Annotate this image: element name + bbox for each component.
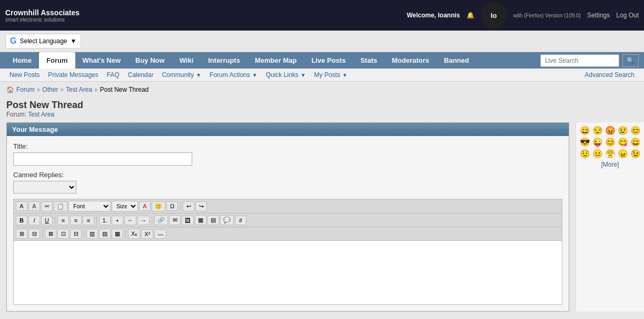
breadcrumb-other[interactable]: Other [42,86,58,93]
emoticon-10[interactable]: 😀 [630,137,641,147]
nav-moderators[interactable]: Moderators [384,52,437,69]
toolbar-source-btn[interactable]: A [16,201,27,211]
toolbar-email-btn[interactable]: ✉ [169,215,181,225]
toolbar-color-btn[interactable]: A [139,201,151,211]
toolbar-sep-7 [125,229,126,239]
nav-interrupts[interactable]: Interrupts [201,52,247,69]
toolbar-row-3: ⊞ ⊟ ⊠ ⊡ ⊟ ▥ ▤ ▦ X₂ X² [14,227,562,241]
toolbar-r3-2[interactable]: ⊟ [28,229,40,239]
title-input[interactable] [13,152,192,166]
subnav-new-posts[interactable]: New Posts [5,69,44,81]
nav-wiki[interactable]: Wiki [172,52,201,69]
google-translate-widget[interactable]: G Select Language ▼ [5,34,81,49]
toolbar-cut-btn[interactable]: ✂ [41,201,53,211]
size-select[interactable]: Size [112,201,138,211]
toolbar-hash-btn[interactable]: # [235,216,246,225]
breadcrumb-forum[interactable]: Forum [16,86,35,93]
emoticon-8[interactable]: 😊 [605,137,616,147]
toolbar-outdent-btn[interactable]: ← [124,216,136,225]
toolbar-r3-8[interactable]: ▦ [112,229,123,239]
advanced-search-link[interactable]: Advanced Search [580,69,639,81]
toolbar-table-btn[interactable]: ▦ [195,215,206,225]
subnav-faq[interactable]: FAQ [103,69,124,81]
emoticon-13[interactable]: 😤 [605,149,616,159]
toolbar-format-btn[interactable]: A [28,201,40,211]
emoticon-2[interactable]: 😒 [592,125,603,136]
forum-name-link[interactable]: Test Area [28,111,54,118]
emoticon-12[interactable]: 😐 [592,149,603,159]
logout-link[interactable]: Log Out [616,12,639,19]
emoticon-6[interactable]: 😎 [580,137,590,147]
emoticon-15[interactable]: 😉 [630,149,641,159]
toolbar-r3-4[interactable]: ⊡ [57,229,69,239]
breadcrumb-test-area[interactable]: Test Area [66,86,92,93]
more-emoticons-link[interactable]: [More] [579,161,641,168]
editor-content[interactable] [14,241,562,304]
nav-forum[interactable]: Forum [39,52,75,69]
toolbar-table2-btn[interactable]: ▤ [207,215,219,225]
emoticon-1[interactable]: 😄 [580,125,590,136]
subnav-community[interactable]: Community ▼ [157,69,205,81]
emoticon-11[interactable]: 😟 [580,149,590,159]
font-select[interactable]: Font [68,201,111,211]
nav-member-map[interactable]: Member Map [247,52,304,69]
toolbar-ul-btn[interactable]: • [112,216,123,225]
nav-home[interactable]: Home [5,52,39,69]
subnav-calendar[interactable]: Calendar [124,69,158,81]
breadcrumb-current: Post New Thread [100,86,149,93]
toolbar-redo-btn[interactable]: ↪ [195,201,207,211]
select-language-label: Select Language [19,37,67,45]
emoticon-3[interactable]: 😡 [605,125,616,136]
toolbar-ol-btn[interactable]: 1. [99,216,111,225]
toolbar-bold-btn[interactable]: B [16,216,27,225]
page-title-section: Post New Thread Forum: Test Area [0,98,644,122]
nav-live-posts[interactable]: Live Posts [304,52,353,69]
subnav-quick-links[interactable]: Quick Links ▼ [262,69,310,81]
toolbar-r3-6[interactable]: ▥ [86,229,98,239]
emoticon-14[interactable]: 😠 [618,149,628,159]
toolbar-r3-7[interactable]: ▤ [99,229,111,239]
community-chevron: ▼ [196,72,201,78]
toolbar-align-right-btn[interactable]: ≡ [83,216,94,225]
title-row: Title: [13,142,562,166]
my-posts-chevron: ▼ [342,72,348,78]
toolbar-superscript-btn[interactable]: X² [141,229,153,239]
toolbar-copy-btn[interactable]: 📋 [54,201,67,211]
toolbar-link-btn[interactable]: 🔗 [154,215,168,225]
nav-whats-new[interactable]: What's New [75,52,128,69]
nav-banned[interactable]: Banned [437,52,477,69]
sub-nav: New Posts Private Messages FAQ Calendar … [0,69,644,82]
canned-replies-select[interactable] [13,181,76,194]
emoticon-9[interactable]: 😋 [618,137,628,147]
toolbar-sep-6 [84,229,84,239]
toolbar-indent-btn[interactable]: → [137,216,150,225]
toolbar-image-btn[interactable]: 🖼 [182,216,194,225]
search-button[interactable]: 🔍 [622,54,639,67]
toolbar-r3-5[interactable]: ⊟ [70,229,82,239]
live-search-input[interactable] [540,54,619,67]
nav-buy-now[interactable]: Buy Now [128,52,172,69]
notification-bell[interactable]: 🔔 [467,12,474,19]
emoticon-7[interactable]: 😜 [592,137,603,147]
subnav-forum-actions[interactable]: Forum Actions ▼ [205,69,262,81]
emoticon-5[interactable]: 😊 [630,125,641,136]
subnav-private-messages[interactable]: Private Messages [44,69,102,81]
emoticon-4[interactable]: 😢 [618,125,628,136]
toolbar-undo-btn[interactable]: ↩ [183,201,194,211]
toolbar-r3-1[interactable]: ⊞ [16,229,27,239]
settings-link[interactable]: Settings [587,12,610,19]
toolbar-smiley-btn[interactable]: 🙂 [152,201,165,211]
toolbar-italic-btn[interactable]: I [28,216,40,225]
toolbar-special-btn[interactable]: Ω [166,201,178,211]
toolbar-subscript-btn[interactable]: X₂ [128,229,140,239]
toolbar-clear-btn[interactable]: — [154,229,166,239]
page-title: Post New Thread [6,100,638,111]
toolbar-comment-btn[interactable]: 💬 [220,215,234,225]
toolbar-r3-3[interactable]: ⊠ [45,229,56,239]
toolbar-underline-btn[interactable]: U [41,216,53,225]
subnav-my-posts[interactable]: My Posts ▼ [310,69,352,81]
toolbar-align-left-btn[interactable]: ≡ [57,216,69,225]
toolbar-align-center-btn[interactable]: ≡ [70,216,82,225]
content-area: Your Message Title: Canned Replies: [0,122,576,312]
nav-stats[interactable]: Stats [353,52,384,69]
